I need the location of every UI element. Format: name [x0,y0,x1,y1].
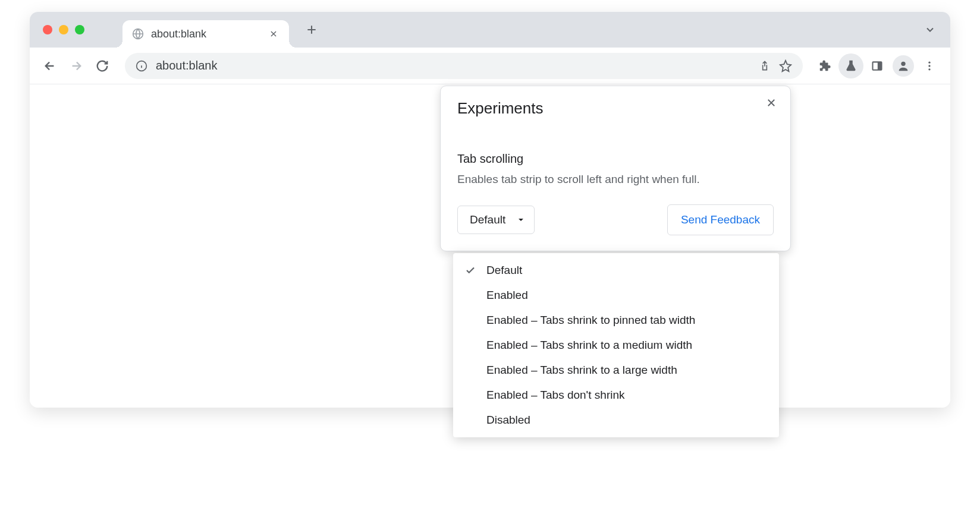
experiment-dropdown-menu: DefaultEnabledEnabled – Tabs shrink to p… [453,253,779,437]
tab-search-button[interactable] [924,24,936,36]
dropdown-option-label: Enabled – Tabs shrink to a large width [486,364,677,377]
maximize-window-button[interactable] [75,25,84,34]
new-tab-button[interactable] [300,18,323,42]
dropdown-option[interactable]: Disabled [453,408,779,433]
dropdown-caret-icon [517,216,524,223]
experiment-name: Tab scrolling [457,152,774,166]
experiment-select[interactable]: Default [457,206,535,234]
popup-close-button[interactable] [763,94,780,111]
toolbar-actions [810,53,942,78]
dropdown-option[interactable]: Enabled – Tabs shrink to a large width [453,358,779,383]
svg-point-6 [928,65,930,67]
dropdown-option[interactable]: Enabled – Tabs shrink to a medium width [453,333,779,358]
toolbar: about:blank [30,48,950,84]
site-info-icon[interactable] [136,60,147,72]
tab-strip: about:blank [30,12,950,48]
dropdown-option-label: Enabled – Tabs don't shrink [486,389,625,402]
svg-point-4 [901,61,905,65]
minimize-window-button[interactable] [59,25,68,34]
feedback-label: Send Feedback [681,213,760,226]
address-text: about:blank [156,59,750,72]
back-button[interactable] [38,54,62,78]
profile-button[interactable] [893,55,914,77]
dropdown-option-label: Enabled – Tabs shrink to a medium width [486,339,692,352]
send-feedback-button[interactable]: Send Feedback [667,204,774,235]
share-icon[interactable] [759,60,771,72]
svg-rect-3 [878,62,882,70]
experiments-popup: Experiments Tab scrolling Enables tab st… [440,86,791,251]
svg-point-7 [928,68,930,70]
experiment-controls: Default Send Feedback [457,204,774,235]
dropdown-option-label: Enabled – Tabs shrink to pinned tab widt… [486,314,695,327]
bookmark-star-icon[interactable] [779,59,792,72]
side-panel-button[interactable] [865,53,890,78]
experiment-description: Enables tab strip to scroll left and rig… [457,172,774,188]
globe-icon [132,28,144,40]
select-value: Default [470,213,505,226]
dropdown-option-label: Enabled [486,289,528,302]
menu-button[interactable] [917,53,942,78]
dropdown-option[interactable]: Default [453,258,779,283]
dropdown-option[interactable]: Enabled – Tabs shrink to pinned tab widt… [453,308,779,333]
reload-button[interactable] [90,54,114,78]
dropdown-option-label: Disabled [486,414,530,427]
close-tab-button[interactable] [268,28,279,40]
browser-tab[interactable]: about:blank [122,20,289,48]
dropdown-option-label: Default [486,264,522,277]
extensions-button[interactable] [812,53,837,78]
dropdown-option[interactable]: Enabled – Tabs don't shrink [453,383,779,408]
tab-title: about:blank [151,28,260,40]
experiments-button[interactable] [838,53,863,78]
address-bar[interactable]: about:blank [125,53,803,79]
svg-point-5 [928,61,930,63]
browser-window: about:blank about:blank [30,12,950,408]
popup-title: Experiments [457,99,774,118]
window-controls [37,25,93,34]
close-window-button[interactable] [43,25,52,34]
forward-button[interactable] [64,54,88,78]
check-icon [465,265,486,276]
dropdown-option[interactable]: Enabled [453,283,779,308]
